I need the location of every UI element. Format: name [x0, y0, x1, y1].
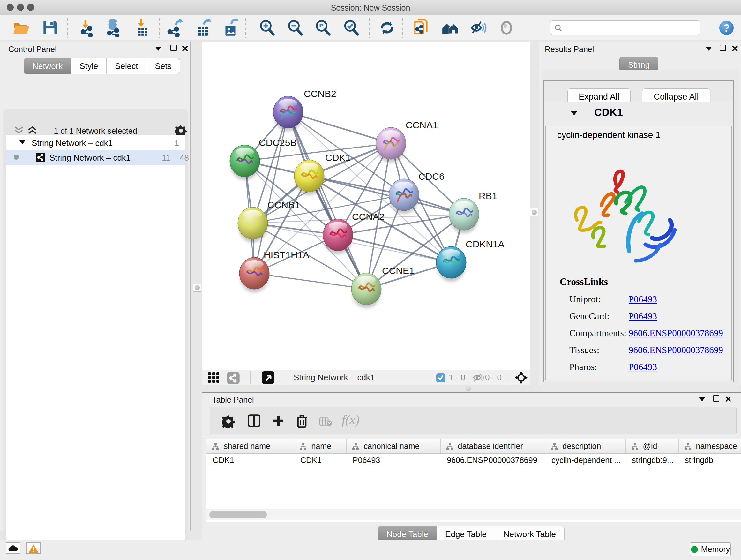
- tab-sets[interactable]: Sets: [146, 58, 180, 74]
- crosslink-link[interactable]: 9606.ENSP00000378699: [629, 328, 723, 338]
- panel-menu-icon[interactable]: [699, 397, 705, 401]
- string-share-icon[interactable]: [226, 371, 240, 385]
- window-title: Session: New Session: [0, 3, 741, 12]
- table-row[interactable]: CDK1CDK1P064939606.ENSP00000378699cyclin…: [206, 453, 741, 467]
- export-network-icon[interactable]: [166, 18, 185, 37]
- tab-style[interactable]: Style: [71, 58, 107, 74]
- save-session-icon[interactable]: [41, 18, 59, 37]
- open-in-window-icon[interactable]: [262, 371, 274, 384]
- node-HIST1H1A[interactable]: HIST1H1A: [239, 250, 309, 293]
- crosslink-link[interactable]: 9606.ENSP00000378699: [629, 345, 723, 355]
- node-CCNB1[interactable]: CCNB1: [238, 199, 300, 242]
- crosslinks-list: Uniprot:P06493GeneCard:P06493Compartment…: [546, 291, 732, 375]
- scrollbar-thumb[interactable]: [209, 511, 267, 518]
- grid-view-icon[interactable]: [207, 372, 220, 384]
- node-RB1[interactable]: RB1: [449, 191, 497, 233]
- node-CCNA1[interactable]: CCNA1: [376, 120, 438, 163]
- crosslink-link[interactable]: P06493: [629, 311, 657, 321]
- table-cell[interactable]: stringdb: [678, 453, 741, 467]
- import-network-file-icon[interactable]: [78, 18, 97, 37]
- network-collection-row[interactable]: String Network – cdk1 1: [6, 135, 185, 150]
- crosslink-link[interactable]: P06493: [629, 294, 657, 305]
- import-network-database-icon[interactable]: [104, 18, 123, 37]
- float-panel-icon[interactable]: [720, 45, 726, 51]
- table-cell[interactable]: cyclin-dependent ...: [545, 453, 625, 467]
- delete-table-icon: [320, 417, 332, 426]
- export-table-icon[interactable]: [194, 18, 212, 37]
- network-view-toolbar: String Network – cdk1 1 - 0 0 - 0: [202, 370, 530, 385]
- edge-CCNB2-CCNA1[interactable]: [288, 112, 391, 143]
- tab-select[interactable]: Select: [107, 58, 146, 74]
- crosslink-label: Pharos:: [569, 362, 597, 372]
- table-cell[interactable]: CDK1: [294, 453, 346, 467]
- node-label-CDK1: CDK1: [325, 152, 351, 163]
- view-toolbar-separator: [508, 371, 509, 384]
- column-header-shared-name[interactable]: shared name: [206, 439, 294, 453]
- node-label-RB1: RB1: [479, 191, 497, 201]
- table-cell[interactable]: CDK1: [206, 453, 294, 467]
- tree-expand-icon[interactable]: [19, 140, 25, 144]
- clone-network-icon[interactable]: [412, 18, 431, 37]
- tab-network[interactable]: Network: [23, 58, 71, 74]
- warning-button[interactable]: [26, 543, 41, 554]
- cloud-button[interactable]: [6, 543, 20, 554]
- add-column-icon[interactable]: [272, 414, 285, 428]
- search-input[interactable]: [564, 22, 697, 34]
- column-header-canonical-name[interactable]: canonical name: [346, 439, 441, 453]
- table-horizontal-scrollbar[interactable]: [206, 509, 741, 520]
- edge-HIST1H1A-CCNE1[interactable]: [254, 273, 366, 289]
- left-splitter-handle[interactable]: [193, 284, 201, 292]
- zoom-selected-icon[interactable]: [342, 18, 360, 37]
- float-panel-icon[interactable]: [171, 45, 177, 51]
- column-header-@id[interactable]: @id: [625, 439, 678, 453]
- network-canvas[interactable]: CCNB2CCNA1CDC25BCDK1CDC6RB1CCNB1CCNA2CDK…: [202, 42, 530, 370]
- panel-menu-icon[interactable]: [705, 47, 712, 51]
- network-options-gear-icon[interactable]: [175, 124, 187, 136]
- panel-menu-icon[interactable]: [155, 47, 161, 51]
- export-image-icon[interactable]: [221, 18, 240, 37]
- birds-eye-icon[interactable]: [515, 371, 528, 384]
- table-settings-gear-icon[interactable]: [222, 414, 235, 428]
- zoom-out-icon[interactable]: [286, 18, 305, 37]
- column-header-name[interactable]: name: [294, 439, 346, 453]
- network-graph: CCNB2CCNA1CDC25BCDK1CDC6RB1CCNB1CCNA2CDK…: [202, 42, 530, 370]
- column-header-namespace[interactable]: namespace: [678, 439, 741, 453]
- table-cell[interactable]: stringdb:9...: [625, 453, 678, 467]
- column-header-database-identifier[interactable]: database identifier: [441, 439, 545, 453]
- collapse-protein-icon[interactable]: [570, 111, 578, 115]
- right-splitter-handle[interactable]: [530, 208, 538, 216]
- control-panel: Control Panel ✕ NetworkStyleSelectSets 1…: [0, 42, 191, 531]
- function-builder-icon: f(x): [342, 412, 360, 427]
- hide-selection-icon[interactable]: [469, 18, 488, 37]
- network-row-selected[interactable]: String Network – cdk1 11 48: [6, 150, 185, 165]
- apply-layout-icon[interactable]: [378, 18, 396, 37]
- collection-name: String Network – cdk1: [31, 138, 113, 148]
- show-columns-icon[interactable]: [247, 414, 261, 428]
- show-all-panels-icon[interactable]: [441, 18, 460, 37]
- close-panel-icon[interactable]: ✕: [181, 44, 189, 54]
- import-table-icon[interactable]: [133, 18, 152, 37]
- table-cell[interactable]: P06493: [346, 453, 441, 467]
- close-panel-icon[interactable]: ✕: [731, 44, 738, 54]
- edge-CCNB2-CCNE1[interactable]: [288, 112, 366, 289]
- column-header-description[interactable]: description: [545, 439, 625, 453]
- memory-button[interactable]: Memory: [690, 543, 731, 556]
- network-name: String Network – cdk1: [50, 153, 131, 163]
- delete-column-icon[interactable]: [295, 414, 309, 428]
- help-button[interactable]: ?: [719, 21, 734, 35]
- node-CDKN1A[interactable]: CDKN1A: [436, 239, 504, 282]
- search-box[interactable]: [550, 20, 700, 35]
- open-session-icon[interactable]: [12, 18, 30, 37]
- float-panel-icon[interactable]: [713, 395, 719, 401]
- node-CCNE1[interactable]: CCNE1: [351, 265, 414, 308]
- node-CCNB2[interactable]: CCNB2: [273, 88, 336, 131]
- bottom-splitter-handle[interactable]: [466, 386, 471, 391]
- zoom-in-icon[interactable]: [258, 18, 276, 37]
- selected-checkbox[interactable]: [436, 373, 446, 382]
- zoom-fit-icon[interactable]: [314, 18, 332, 37]
- crosslink-link[interactable]: P06493: [629, 362, 657, 372]
- close-panel-icon[interactable]: ✕: [724, 394, 732, 405]
- table-cell[interactable]: 9606.ENSP00000378699: [441, 453, 545, 467]
- edge-CCNB2-HIST1H1A[interactable]: [254, 112, 288, 273]
- eye-icon[interactable]: [497, 18, 516, 37]
